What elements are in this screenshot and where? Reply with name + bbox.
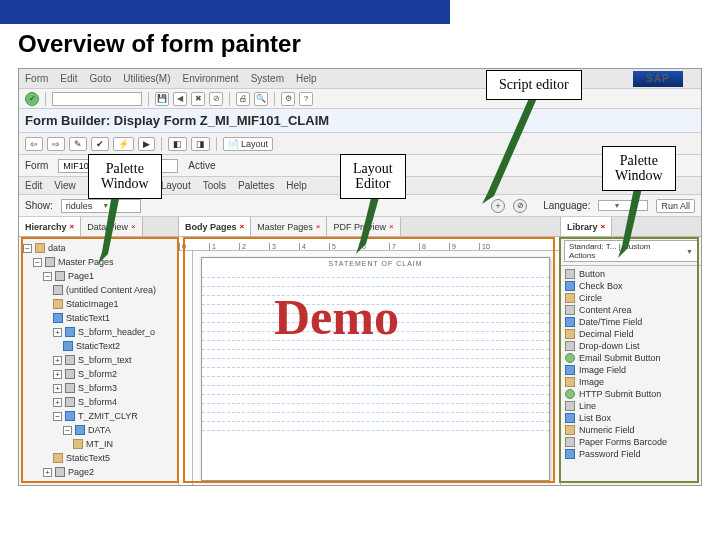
activate-icon[interactable]: ⚡: [113, 137, 134, 151]
lmenu-edit[interactable]: Edit: [25, 180, 42, 191]
builder-title: Form Builder: Display Form Z_MI_MIF101_C…: [19, 109, 701, 133]
layout-button[interactable]: 📄 Layout: [223, 137, 273, 151]
app-toolstrip: ✔ 💾 ◀ ✖ ⊘ 🖨 🔍 ⚙ ?: [19, 89, 701, 109]
print-icon[interactable]: 🖨: [236, 92, 250, 106]
demo-watermark: Demo: [274, 288, 399, 346]
menu-help[interactable]: Help: [296, 73, 317, 84]
tab-master-pages[interactable]: Master Pages×: [251, 217, 327, 236]
highlight-left-palette: [21, 237, 179, 483]
nav-next-icon[interactable]: ⇨: [47, 137, 65, 151]
menu-goto[interactable]: Goto: [90, 73, 112, 84]
pointer-layout-editor: [352, 194, 392, 254]
tool-icon[interactable]: ⚙: [281, 92, 295, 106]
save-icon[interactable]: 💾: [155, 92, 169, 106]
sap-app-window: Form Edit Goto Utilities(M) Environment …: [18, 68, 702, 486]
tab-library[interactable]: Library×: [561, 217, 612, 236]
lmenu-view[interactable]: View: [54, 180, 76, 191]
svg-marker-1: [98, 194, 120, 264]
back-icon[interactable]: ◀: [173, 92, 187, 106]
menu-form[interactable]: Form: [25, 73, 48, 84]
help-icon[interactable]: ?: [299, 92, 313, 106]
callout-palette-right: PaletteWindow: [602, 146, 676, 191]
highlight-right-palette: [559, 237, 699, 483]
pointer-palette-right: [612, 188, 652, 258]
cancel-icon[interactable]: ⊘: [209, 92, 223, 106]
menu-util[interactable]: Utilities(M): [123, 73, 170, 84]
slide-banner: [0, 0, 450, 24]
ok-icon[interactable]: ✔: [25, 92, 39, 106]
menu-env[interactable]: Environment: [182, 73, 238, 84]
highlight-layout-editor: [183, 237, 555, 483]
display-change-icon[interactable]: ✎: [69, 137, 87, 151]
sap-logo: SAP: [633, 71, 683, 87]
svg-marker-3: [618, 188, 642, 258]
lmenu-tools[interactable]: Tools: [203, 180, 226, 191]
run-button[interactable]: Run All: [656, 199, 695, 213]
test-icon[interactable]: ▶: [138, 137, 155, 151]
lmenu-help[interactable]: Help: [286, 180, 307, 191]
callout-script-editor: Script editor: [486, 70, 582, 100]
exit-icon[interactable]: ✖: [191, 92, 205, 106]
tab-hierarchy[interactable]: Hierarchy×: [19, 217, 81, 236]
svg-marker-0: [482, 96, 538, 204]
lmenu-layout[interactable]: Layout: [161, 180, 191, 191]
menu-system[interactable]: System: [251, 73, 284, 84]
callout-palette-left: PaletteWindow: [88, 154, 162, 199]
lmenu-palettes[interactable]: Palettes: [238, 180, 274, 191]
tab-body-pages[interactable]: Body Pages×: [179, 217, 251, 236]
pointer-palette-left: [92, 194, 132, 264]
active-label: Active: [188, 160, 215, 171]
tool-b-icon[interactable]: ◨: [191, 137, 210, 151]
menu-edit[interactable]: Edit: [60, 73, 77, 84]
nav-prev-icon[interactable]: ⇦: [25, 137, 43, 151]
app-menubar: Form Edit Goto Utilities(M) Environment …: [19, 69, 701, 89]
check-icon[interactable]: ✔: [91, 137, 109, 151]
slide-heading: Overview of form painter: [0, 24, 720, 68]
svg-marker-2: [356, 194, 380, 254]
find-icon[interactable]: 🔍: [254, 92, 268, 106]
lang-label: Language:: [543, 200, 590, 211]
tool-a-icon[interactable]: ◧: [168, 137, 187, 151]
form-label: Form: [25, 160, 48, 171]
show-label: Show:: [25, 200, 53, 211]
callout-layout-editor: LayoutEditor: [340, 154, 406, 199]
builder-toolbar: ⇦ ⇨ ✎ ✔ ⚡ ▶ ◧ ◨ 📄 Layout: [19, 133, 701, 155]
pointer-script-editor: [480, 96, 540, 206]
command-field[interactable]: [52, 92, 142, 106]
